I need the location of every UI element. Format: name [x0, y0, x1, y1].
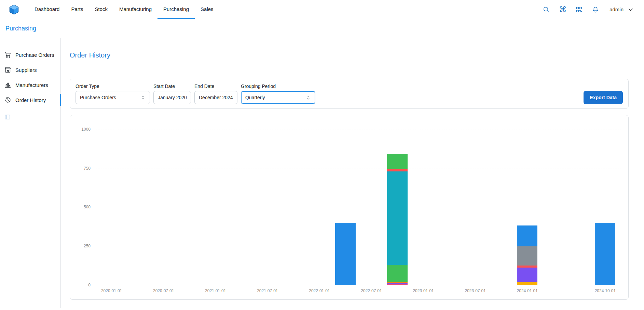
tab-purchasing[interactable]: Purchasing [157, 0, 195, 19]
grouping-period-value: Quarterly [245, 95, 265, 100]
order-type-value: Purchase Orders [80, 95, 116, 100]
selector-unfold-icon [140, 95, 146, 100]
user-menu[interactable]: admin [607, 6, 636, 13]
end-date-input[interactable] [194, 91, 237, 104]
app-logo[interactable] [8, 4, 20, 15]
tab-parts[interactable]: Parts [65, 0, 89, 19]
page-title: Order History [70, 51, 629, 59]
content-area: Purchase OrdersSuppliersManufacturersOrd… [0, 38, 644, 308]
grouping-period-filter: Grouping Period Quarterly [241, 83, 315, 104]
tab-dashboard[interactable]: Dashboard [29, 0, 65, 19]
spotlight-button[interactable]: ⌘ [558, 5, 567, 14]
selector-unfold-icon [306, 95, 311, 100]
breadcrumb-bar: Purchasing [0, 19, 644, 38]
chart-x-axis: 2020-01-012020-07-012021-01-012021-07-01… [96, 285, 621, 297]
start-date-input[interactable] [153, 91, 191, 104]
bar-2024-01-01[interactable] [517, 225, 537, 285]
sidebar: Purchase OrdersSuppliersManufacturersOrd… [0, 38, 61, 308]
chart-plot [96, 121, 621, 285]
bar-segment [335, 223, 356, 285]
search-button[interactable] [542, 5, 551, 14]
x-axis-tick: 2021-01-01 [205, 288, 226, 293]
sidebar-item-purchase-orders[interactable]: Purchase Orders [0, 47, 60, 62]
bar-2024-10-01[interactable] [595, 223, 615, 285]
x-axis-tick: 2021-07-01 [257, 288, 278, 293]
chart-bars-icon [4, 81, 12, 89]
command-icon: ⌘ [559, 6, 566, 13]
y-axis-tick: 1000 [81, 127, 91, 132]
x-axis-tick: 2022-01-01 [309, 288, 330, 293]
chevron-down-icon [628, 7, 634, 13]
order-type-filter: Order Type Purchase Orders [76, 83, 150, 104]
start-date-label: Start Date [153, 83, 191, 89]
bar-segment [387, 154, 408, 169]
bar-segment [517, 246, 537, 266]
sidebar-item-suppliers[interactable]: Suppliers [0, 62, 60, 77]
x-axis-tick: 2020-07-01 [153, 288, 174, 293]
chart-body: 02505007501000 [74, 121, 624, 285]
tab-stock[interactable]: Stock [89, 0, 113, 19]
bar-segment [517, 282, 537, 285]
end-date-filter: End Date [194, 83, 237, 104]
filter-card: Order Type Purchase Orders Start Date En… [70, 79, 629, 109]
sidebar-panel-icon [4, 114, 11, 120]
x-axis-tick: 2022-07-01 [361, 288, 382, 293]
notifications-bell-icon [592, 6, 599, 13]
gridline-500 [96, 207, 621, 207]
bar-segment [517, 268, 537, 282]
top-navbar: DashboardPartsStockManufacturingPurchasi… [0, 0, 644, 19]
y-axis-tick: 250 [84, 244, 91, 248]
tab-manufacturing[interactable]: Manufacturing [113, 0, 157, 19]
x-axis-tick: 2024-10-01 [595, 288, 616, 293]
search-icon [543, 6, 550, 13]
export-data-button[interactable]: Export Data [584, 91, 623, 104]
x-axis-tick: 2024-01-01 [517, 288, 538, 293]
sidebar-item-manufacturers[interactable]: Manufacturers [0, 77, 60, 92]
shopping-cart-icon [4, 51, 12, 59]
x-axis-tick: 2023-01-01 [413, 288, 434, 293]
history-icon [4, 96, 12, 104]
order-type-select[interactable]: Purchase Orders [76, 91, 150, 104]
inventree-logo-icon [8, 4, 20, 15]
start-date-filter: Start Date [153, 83, 191, 104]
sidebar-items: Purchase OrdersSuppliersManufacturersOrd… [0, 47, 60, 107]
sidebar-item-label: Suppliers [15, 67, 37, 73]
bar-segment [387, 171, 408, 265]
end-date-label: End Date [194, 83, 237, 89]
sidebar-item-label: Purchase Orders [15, 52, 54, 58]
bar-2022-10-01[interactable] [387, 154, 408, 285]
sidebar-item-order-history[interactable]: Order History [0, 92, 60, 107]
x-axis-tick: 2023-07-01 [465, 288, 485, 293]
x-axis-tick: 2020-01-01 [101, 288, 122, 293]
bar-segment [387, 265, 408, 282]
navbar-tabs: DashboardPartsStockManufacturingPurchasi… [29, 0, 219, 19]
barcode-scan-icon [575, 6, 583, 13]
y-axis-tick: 750 [84, 166, 91, 171]
gridline-750 [96, 168, 621, 168]
bar-segment [517, 225, 537, 246]
main-panel: Order History Order Type Purchase Orders… [61, 38, 644, 308]
sidebar-item-label: Manufacturers [15, 82, 48, 88]
chart-y-axis: 02505007501000 [74, 121, 93, 285]
notifications-button[interactable] [591, 5, 600, 14]
barcode-scan-button[interactable] [575, 5, 584, 14]
bar-segment [595, 223, 615, 285]
navbar-actions: ⌘ admin [542, 5, 636, 14]
sidebar-item-label: Order History [15, 97, 46, 103]
building-store-icon [4, 66, 12, 74]
order-history-chart-card: 02505007501000 2020-01-012020-07-012021-… [70, 115, 629, 300]
order-type-label: Order Type [76, 83, 150, 89]
y-axis-tick: 500 [84, 205, 91, 209]
breadcrumb-purchasing[interactable]: Purchasing [5, 25, 36, 32]
grouping-period-label: Grouping Period [241, 83, 315, 89]
title-divider [70, 65, 629, 65]
bar-2022-04-01[interactable] [335, 223, 356, 285]
gridline-1000 [96, 129, 621, 129]
gridline-250 [96, 246, 621, 246]
user-name: admin [609, 7, 624, 12]
grouping-period-select[interactable]: Quarterly [241, 91, 315, 104]
collapse-sidebar-button[interactable] [4, 114, 11, 120]
tab-sales[interactable]: Sales [195, 0, 219, 19]
y-axis-tick: 0 [88, 283, 91, 287]
